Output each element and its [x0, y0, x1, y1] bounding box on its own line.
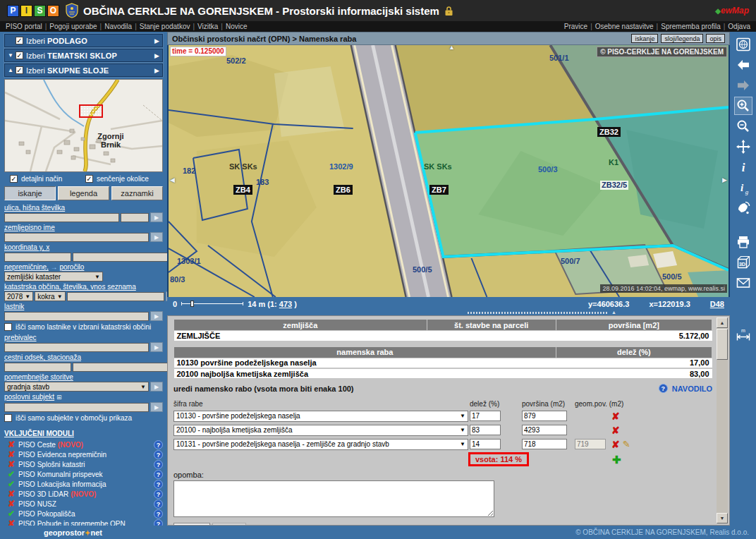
overview-minimap[interactable]: Zgornji Brnik [4, 79, 163, 172]
module-name[interactable]: PISO Evidenca nepremičnin [18, 451, 106, 459]
housenumber-input[interactable] [121, 213, 149, 222]
shading-checkbox[interactable]: ✓ [85, 175, 93, 183]
zoom-out-button[interactable] [734, 117, 752, 135]
tab-legenda[interactable]: legenda [58, 186, 109, 200]
landuse-code-select[interactable]: 20100 - najboljša kmetijska zemljišča▼ [173, 425, 468, 436]
geoname-search-button[interactable]: ▶ [150, 232, 163, 242]
map-mode-button-sloji-legenda[interactable]: sloji/legenda [661, 34, 703, 43]
save-button[interactable]: shrani [212, 523, 246, 526]
overview-button[interactable] [734, 35, 752, 54]
tab-iskanje[interactable]: iskanje [4, 186, 56, 200]
area-input[interactable] [522, 425, 567, 435]
zoom-in-button[interactable] [734, 97, 752, 115]
menu-link-piso-portal[interactable]: PISO portal [6, 23, 42, 30]
module-name[interactable]: PISO Pobude in spremembe OPN [18, 520, 126, 526]
module-help-icon[interactable]: ? [154, 450, 163, 459]
info-group-button[interactable]: ig [734, 178, 752, 197]
share-percent-input[interactable] [470, 425, 501, 435]
measure-button[interactable]: m [734, 325, 752, 344]
scale-slider-handle[interactable] [190, 301, 194, 307]
back-button[interactable] [734, 56, 752, 74]
map-scroll-up-icon[interactable]: ▲ [449, 45, 455, 51]
user-link-osebne-nastavitve[interactable]: Osebne nastavitve [595, 23, 654, 30]
layer-checkbox[interactable]: ✓ [16, 66, 23, 74]
datum-link[interactable]: D48 [710, 300, 724, 308]
parcel-number-input[interactable] [67, 292, 164, 301]
share-percent-input[interactable] [470, 439, 501, 449]
scrollbar-up-icon[interactable]: ▲ [717, 317, 728, 328]
piso-logo[interactable]: PISO [7, 5, 59, 17]
coordinate-y-input[interactable] [4, 253, 71, 262]
geoprostor-logo[interactable]: geoprostor✦net [44, 528, 102, 537]
accordion-tematski-sklop[interactable]: ▼✓Izberi TEMATSKI SKLOP▶ [4, 49, 163, 62]
tab-zaznamki[interactable]: zaznamki [111, 186, 163, 200]
menu-link-navodila[interactable]: Navodila [104, 23, 132, 30]
accordion-open-icon[interactable]: ▶ [154, 37, 159, 44]
owner-search-button[interactable]: ▶ [150, 311, 163, 321]
cadastral-name-select[interactable]: kokra▼ [35, 291, 65, 301]
menu-link-novice[interactable]: Novice [226, 23, 248, 30]
module-help-icon[interactable]: ? [154, 509, 163, 519]
menu-link-vizitka[interactable]: Vizitka [197, 23, 218, 30]
stationing-input[interactable] [73, 363, 167, 372]
layer-checkbox[interactable]: ✓ [16, 52, 23, 59]
street-search-button[interactable]: ▶ [150, 212, 163, 222]
cancel-button[interactable]: prekliči [173, 523, 210, 526]
street-input[interactable] [4, 213, 119, 222]
pan-button[interactable] [734, 138, 752, 156]
detail-mode-checkbox[interactable]: ✓ [10, 175, 18, 183]
user-link-odjava[interactable]: Odjava [728, 23, 750, 30]
owner-filter-checkbox[interactable] [4, 323, 12, 331]
resident-search-button[interactable]: ▶ [150, 342, 163, 352]
module-help-icon[interactable]: ? [154, 519, 163, 526]
accordion-open-icon[interactable]: ▶ [154, 67, 159, 74]
geoname-input[interactable] [4, 233, 149, 242]
coordinate-x-input[interactable] [73, 253, 167, 262]
panel-collapse-icon[interactable]: ▲ [611, 310, 616, 315]
panel-scrollbar[interactable]: ▲ ▼ [717, 317, 728, 523]
print-button[interactable] [734, 233, 752, 251]
module-name[interactable]: PISO Lokacijska informacija [18, 480, 106, 488]
panel-drag-handle[interactable] [468, 312, 609, 314]
help-icon[interactable]: ? [659, 384, 668, 393]
delete-row-icon[interactable]: ✘ [611, 411, 620, 421]
module-help-icon[interactable]: ? [154, 480, 163, 489]
scale-value-link[interactable]: 473 [279, 300, 292, 308]
scale-slider[interactable] [181, 300, 243, 308]
edit-geometry-icon[interactable]: ✎ [623, 440, 630, 449]
module-help-icon[interactable]: ? [154, 470, 163, 479]
map-scroll-left-icon[interactable]: ◀ [170, 176, 175, 183]
landuse-code-select[interactable]: 10131 - površine podeželjskega naselja -… [173, 439, 468, 450]
module-name[interactable]: PISO 3D LiDAR [18, 490, 68, 498]
business-search-button[interactable]: ▶ [150, 402, 163, 412]
delete-row-icon[interactable]: ✘ [611, 440, 620, 449]
minimap-extent-rect[interactable] [80, 105, 102, 117]
module-help-icon[interactable]: ? [154, 460, 163, 469]
module-name[interactable]: PISO Komunalni prispevek [18, 471, 103, 478]
landuse-code-select[interactable]: 10130 - površine podeželjskega naselja▼ [173, 411, 468, 422]
collapse-icon[interactable]: ▼ [8, 52, 16, 59]
layer-checkbox[interactable]: ✓ [16, 37, 23, 44]
map-mode-button-opis[interactable]: opis [706, 34, 725, 43]
user-link-sprememba-profila[interactable]: Sprememba profila [661, 23, 720, 30]
accordion-podlago[interactable]: ✓Izberi PODLAGO▶ [4, 34, 163, 47]
roadsection-input[interactable] [4, 363, 71, 372]
ewmap-logo[interactable]: ◆ewMap [715, 6, 749, 16]
area-input[interactable] [522, 439, 567, 449]
owner-input[interactable] [4, 312, 149, 321]
module-name[interactable]: PISO Ceste [18, 441, 56, 449]
accordion-skupne-sloje[interactable]: ▲✓Izberi SKUPNE SLOJE▶ [4, 63, 163, 77]
resident-input[interactable] [4, 343, 149, 352]
mail-button[interactable] [734, 274, 752, 292]
delete-row-icon[interactable]: ✘ [611, 425, 620, 435]
module-help-icon[interactable]: ? [154, 440, 163, 449]
scrollbar-thumb[interactable] [717, 329, 728, 360]
module-name[interactable]: PISO NUSZ [18, 500, 56, 508]
forward-button[interactable] [734, 76, 752, 95]
scrollbar-down-icon[interactable]: ▼ [717, 513, 728, 523]
navodilo-link[interactable]: NAVODILO [672, 384, 712, 393]
services-search-button[interactable]: ▶ [150, 382, 163, 392]
share-percent-input[interactable] [470, 411, 501, 421]
map-mode-button-iskanje[interactable]: iskanje [631, 34, 658, 43]
add-row-icon[interactable]: ✚ [612, 454, 621, 465]
